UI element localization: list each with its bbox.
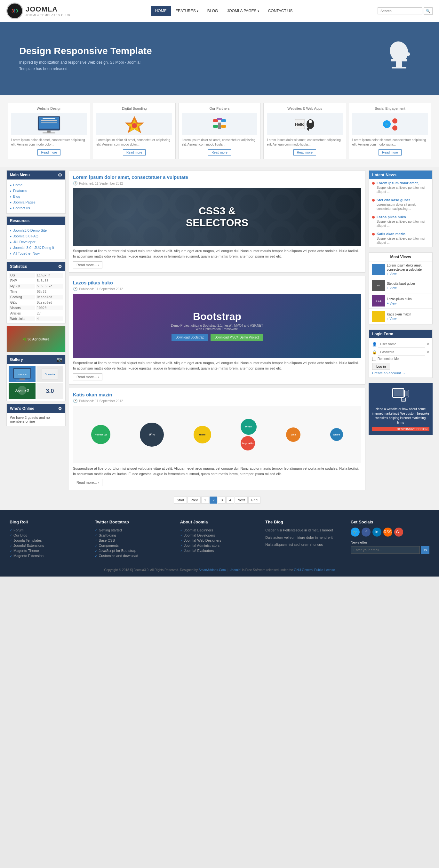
resource-3[interactable]: JUI Developer [10,239,62,245]
news-link-1[interactable]: Lorem ipsum dolor amet, ... [377,181,429,185]
bootstrap-download-btn[interactable]: Download Bootstrap [171,334,208,341]
password-input[interactable] [378,349,425,355]
gallery-item-2[interactable]: Joomla [36,366,63,382]
svg-rect-19 [213,125,218,128]
nav-blog[interactable]: BLOG [203,6,222,16]
resource-2[interactable]: Joomla 3.0 FAQ [10,233,62,239]
page-prev[interactable]: Prev [188,497,200,504]
news-content-1: Lorem ipsum dolor amet, ... Suspendisse … [377,181,429,194]
feature-readmore-4[interactable]: Read more [293,149,316,155]
username-input[interactable] [378,341,425,347]
joomla-link[interactable]: Joomla! [230,568,241,572]
newsletter-input[interactable] [351,546,420,554]
feature-webapps: Websites & Web Apps Hello Lorem ipsum do… [263,103,346,159]
article-readmore-2[interactable]: Read more... › [73,373,102,380]
search-input[interactable] [378,7,422,14]
most-view-link-3[interactable]: + View [387,302,429,305]
article-title-2[interactable]: Lazos pikas buko [73,280,361,285]
resource-4[interactable]: Joomla! 3.0 - JUX Doing It [10,245,62,250]
nav-features[interactable]: FEATURES [171,6,203,16]
nav-joomla-pages[interactable]: JOOMLA PAGES [222,6,263,16]
most-view-link-2[interactable]: + View [387,286,429,290]
feature-readmore-5[interactable]: Read more [379,149,401,155]
social-gplus[interactable]: G+ [394,528,403,536]
page-start[interactable]: Start [174,497,187,504]
copyright-link[interactable]: SmartAddons.Com [199,568,226,572]
menu-item-features[interactable]: Features [10,188,62,193]
menu-item-blog[interactable]: Blog [10,193,62,199]
news-link-2[interactable]: Stet cita kasd guber [377,198,429,202]
search-button[interactable]: 🔍 [424,7,433,15]
newsletter-row: ✉ [351,546,430,554]
page-1[interactable]: 1 [201,497,209,504]
most-view-content-3: Lazos pikas buko + View [387,297,429,305]
twitter-6: Customize and download [95,553,174,558]
social-twitter[interactable]: 🐦 [351,528,359,536]
article-bootstrap: Lazos pikas buko 🕐 Published: 11 Septemb… [69,276,366,384]
page-4[interactable]: 4 [226,497,234,504]
fc-img-3 [182,113,257,135]
page-next[interactable]: Next [235,497,248,504]
feature-readmore-2[interactable]: Read more [123,149,146,155]
resource-5[interactable]: All Together Now [10,250,62,256]
username-clear[interactable]: ✕ [427,342,429,346]
news-link-3[interactable]: Lazos pikas buko [377,215,429,219]
statistics-box: Statistics ⚙ OSLinux h PHP5.5.38 MySQL5.… [6,262,66,323]
create-account-link[interactable]: Create an account → [372,371,429,375]
menu-item-joomla-pages[interactable]: Joomla Pages [10,199,62,205]
logo-icon: 3!0 [6,3,23,19]
feature-readmore-3[interactable]: Read more [208,149,231,155]
social-rss[interactable]: RSS [383,528,392,536]
newsletter-submit[interactable]: ✉ [421,546,430,554]
svg-rect-10 [41,122,57,123]
news-dot-4 [372,233,375,236]
pagination: Start Prev 1 2 3 4 Next End [69,493,366,507]
page-end[interactable]: End [248,497,260,504]
feature-readmore-1[interactable]: Read more [37,149,60,155]
whos-online-icon[interactable]: ⚙ [58,406,62,411]
nav-contact[interactable]: CONTACT US [264,6,297,16]
news-link-4[interactable]: Katis okan mazin [377,232,429,236]
gpl-link[interactable]: GNU General Public License [294,568,335,572]
main-menu-icon[interactable]: ⚙ [58,173,62,178]
news-item-3: Lazos pikas buko Suspendisse at libero p… [369,213,432,230]
most-view-link-4[interactable]: + View [387,317,429,320]
social-linkedin[interactable]: in [372,528,381,536]
resource-1[interactable]: Joomla3.0 Demo Site [10,227,62,233]
remember-row: Remember Me [372,357,429,361]
remember-checkbox[interactable] [372,357,376,361]
whos-online-title: Who's Online ⚙ [7,404,65,413]
article-title-3[interactable]: Katis okan mazin [73,392,361,397]
clock-icon-2: 🕐 [73,287,78,291]
logo-area: 3!0 JOOMLA JOOMLA TEMPLATES CLUB [6,3,70,19]
gallery-icon[interactable]: 📷 [57,357,62,362]
logo-r: 3 [11,8,14,13]
sj-agriculture-ad: 🌿 SJ Agriculture [6,326,66,352]
gallery-item-3[interactable]: Joomla X [9,383,35,399]
gallery-item-4[interactable]: 3.0 [36,383,63,399]
footer-blog-title: The Blog [265,520,344,524]
footer-socials: Get Socials 🐦 f in RSS G+ Newsletter ✉ [351,520,430,558]
mvc4-download-btn[interactable]: Download MVC4 Demo Project [211,334,262,341]
svg-rect-37 [16,380,29,380]
fc-img-5: 🐦 📍 📍 [352,113,428,135]
joomlapages-caret [258,9,259,13]
article-title-1[interactable]: Lorem ipsum dolor amet, consectetuer a v… [73,174,361,180]
menu-item-home[interactable]: Home [10,182,62,188]
gallery-item-1[interactable]: Joomlal [9,366,35,382]
most-view-link-1[interactable]: + View [387,272,429,276]
stats-icon[interactable]: ⚙ [58,264,62,269]
arrow-icon-1: › [98,263,99,267]
feature-social: Social Engagement 🐦 📍 📍 Lorem ipsum dolo… [349,103,431,159]
article-meta-2: 🕐 Published: 11 September 2012 [73,287,361,291]
menu-item-contact[interactable]: Contact us [10,205,62,211]
login-button[interactable]: Log in [372,363,390,370]
page-2[interactable]: 2 [210,497,217,504]
password-clear[interactable]: ✕ [427,350,429,354]
svg-text:Joomlal: Joomlal [18,373,27,376]
social-facebook[interactable]: f [362,528,371,536]
nav-home[interactable]: HOME [151,6,171,16]
article-readmore-3[interactable]: Read more... › [73,479,102,486]
page-3[interactable]: 3 [218,497,226,504]
article-readmore-1[interactable]: Read more... › [73,261,102,269]
